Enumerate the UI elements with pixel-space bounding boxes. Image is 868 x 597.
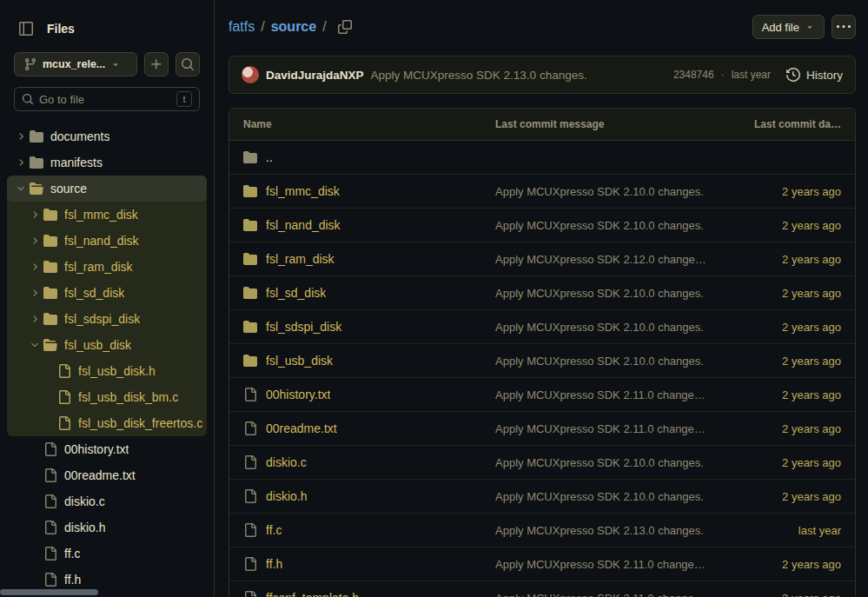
kebab-horizontal-icon [837, 20, 851, 34]
file-link[interactable]: ff.h [266, 557, 282, 571]
more-options-button[interactable] [832, 15, 856, 39]
tree-item-label: fsl_nand_disk [64, 234, 139, 248]
tree-folder-fsl_sd_disk[interactable]: fsl_sd_disk [7, 280, 207, 306]
folder-icon [43, 208, 57, 222]
tree-file-ff.c[interactable]: ff.c [7, 541, 207, 567]
add-file-button[interactable]: Add file [752, 15, 825, 39]
file-icon [57, 416, 71, 430]
chevron-down-icon [14, 182, 28, 196]
tree-file-fsl_usb_disk.h[interactable]: fsl_usb_disk.h [7, 358, 207, 384]
tree-folder-documents[interactable]: documents [7, 123, 207, 149]
breadcrumb-repo-link[interactable]: fatfs [229, 19, 255, 35]
commit-message-cell[interactable]: Apply MCUXpresso SDK 2.13.0 changes. [495, 524, 728, 537]
indent-spacer [28, 521, 42, 534]
folder-icon [243, 184, 257, 198]
file-icon [57, 364, 71, 378]
folder-icon [43, 234, 57, 248]
parent-dir-link[interactable]: .. [266, 150, 273, 164]
commit-message-cell[interactable]: Apply MCUXpresso SDK 2.10.0 changes. [495, 287, 728, 300]
copy-path-button[interactable] [335, 17, 355, 37]
tree-file-00history.txt[interactable]: 00history.txt [7, 436, 207, 462]
tree-item-label: ff.h [64, 573, 81, 587]
commit-message-cell[interactable]: Apply MCUXpresso SDK 2.11.0 changes. Add… [495, 422, 728, 435]
commit-message-cell[interactable]: Apply MCUXpresso SDK 2.11.0 changes. Add… [495, 558, 728, 571]
table-row[interactable]: diskio.cApply MCUXpresso SDK 2.10.0 chan… [229, 446, 855, 480]
table-row[interactable]: diskio.hApply MCUXpresso SDK 2.10.0 chan… [229, 480, 855, 514]
tree-folder-fsl_usb_disk[interactable]: fsl_usb_disk [7, 332, 207, 358]
indent-spacer [28, 442, 42, 456]
file-link[interactable]: diskio.h [266, 489, 307, 503]
tree-folder-manifests[interactable]: manifests [7, 149, 207, 176]
file-link[interactable]: ffconf_template.h [266, 591, 359, 597]
tree-file-00readme.txt[interactable]: 00readme.txt [7, 462, 207, 488]
horizontal-scrollbar-thumb[interactable] [0, 589, 98, 595]
tree-folder-fsl_nand_disk[interactable]: fsl_nand_disk [7, 228, 207, 254]
collapse-file-tree-button[interactable] [14, 17, 38, 41]
tree-file-fsl_usb_disk_freertos.c[interactable]: fsl_usb_disk_freertos.c [7, 410, 207, 436]
table-row[interactable]: fsl_ram_diskApply MCUXpresso SDK 2.12.0 … [229, 242, 855, 276]
tree-folder-source[interactable]: source [7, 176, 207, 202]
tree-item-label: fsl_sd_disk [64, 286, 124, 300]
table-row[interactable]: fsl_usb_diskApply MCUXpresso SDK 2.10.0 … [229, 344, 855, 378]
breadcrumb-current-dir[interactable]: source [271, 19, 316, 35]
table-row[interactable]: ff.cApply MCUXpresso SDK 2.13.0 changes.… [229, 514, 855, 547]
commit-message-cell[interactable]: Apply MCUXpresso SDK 2.10.0 changes. [495, 456, 728, 469]
commit-message-link[interactable]: Apply MCUXpresso SDK 2.13.0 changes. [371, 69, 587, 82]
table-row[interactable]: fsl_sd_diskApply MCUXpresso SDK 2.10.0 c… [229, 276, 855, 310]
avatar[interactable] [242, 66, 259, 83]
file-link[interactable]: diskio.c [266, 455, 307, 469]
table-row[interactable]: fsl_nand_diskApply MCUXpresso SDK 2.10.0… [229, 209, 855, 242]
dir-link[interactable]: fsl_usb_disk [266, 354, 333, 368]
tree-folder-fsl_ram_disk[interactable]: fsl_ram_disk [7, 254, 207, 280]
parent-dir-row[interactable]: .. [229, 141, 855, 175]
column-header-message: Last commit message [495, 118, 728, 130]
commit-date-cell: 2 years ago [728, 219, 841, 232]
commit-message-cell[interactable]: Apply MCUXpresso SDK 2.10.0 changes. [495, 355, 728, 368]
commit-message-cell[interactable]: Apply MCUXpresso SDK 2.10.0 changes. [495, 490, 728, 503]
tree-item-label: fsl_mmc_disk [64, 208, 138, 222]
tree-file-fsl_usb_disk_bm.c[interactable]: fsl_usb_disk_bm.c [7, 384, 207, 410]
commit-message-cell[interactable]: Apply MCUXpresso SDK 2.11.0 changes. Add… [495, 592, 728, 597]
table-row[interactable]: ffconf_template.hApply MCUXpresso SDK 2.… [229, 581, 855, 597]
commit-sha-link[interactable]: 2348746 [673, 69, 714, 81]
table-row[interactable]: fsl_mmc_diskApply MCUXpresso SDK 2.10.0 … [229, 175, 855, 209]
file-link[interactable]: 00history.txt [266, 388, 330, 401]
tree-file-diskio.c[interactable]: diskio.c [7, 488, 207, 514]
tree-folder-fsl_sdspi_disk[interactable]: fsl_sdspi_disk [7, 306, 207, 332]
tree-folder-fsl_mmc_disk[interactable]: fsl_mmc_disk [7, 202, 207, 228]
git-branch-icon [23, 57, 37, 71]
commit-message-cell[interactable]: Apply MCUXpresso SDK 2.12.0 changes. Add… [495, 253, 728, 266]
dir-link[interactable]: fsl_sd_disk [266, 286, 326, 300]
commit-message-cell[interactable]: Apply MCUXpresso SDK 2.10.0 changes. [495, 185, 728, 198]
file-link[interactable]: ff.c [266, 523, 282, 537]
table-row[interactable]: 00history.txtApply MCUXpresso SDK 2.11.0… [229, 378, 855, 412]
branch-selector[interactable]: mcux_rele... [14, 52, 137, 76]
dir-link[interactable]: fsl_ram_disk [266, 252, 335, 266]
latest-commit-bar: DavidJurajdaNXP Apply MCUXpresso SDK 2.1… [229, 56, 856, 94]
commit-author-link[interactable]: DavidJurajdaNXP [266, 69, 364, 82]
keyboard-shortcut-hint: t [176, 91, 192, 107]
commit-message-cell[interactable]: Apply MCUXpresso SDK 2.11.0 changes. Add… [495, 388, 728, 401]
go-to-file-input[interactable] [39, 93, 171, 106]
new-file-button[interactable] [144, 52, 169, 76]
commit-date-cell: 2 years ago [728, 321, 841, 334]
chevron-down-icon [28, 338, 42, 352]
go-to-file-search[interactable]: t [14, 87, 200, 111]
folder-icon [243, 218, 257, 232]
history-label: History [806, 69, 843, 82]
dir-link[interactable]: fsl_mmc_disk [266, 184, 340, 198]
file-link[interactable]: 00readme.txt [266, 421, 337, 435]
tree-item-label: 00history.txt [64, 442, 129, 456]
table-row[interactable]: fsl_sdspi_diskApply MCUXpresso SDK 2.10.… [229, 310, 855, 344]
dir-link[interactable]: fsl_sdspi_disk [266, 320, 341, 334]
table-row[interactable]: 00readme.txtApply MCUXpresso SDK 2.11.0 … [229, 412, 855, 446]
tree-file-diskio.h[interactable]: diskio.h [7, 514, 207, 541]
search-this-repo-button[interactable] [176, 52, 200, 76]
commit-message-cell[interactable]: Apply MCUXpresso SDK 2.10.0 changes. [495, 321, 728, 334]
add-file-label: Add file [762, 21, 799, 34]
tree-item-label: ff.c [64, 547, 80, 561]
commit-message-cell[interactable]: Apply MCUXpresso SDK 2.10.0 changes. [495, 219, 728, 232]
dir-link[interactable]: fsl_nand_disk [266, 218, 341, 232]
history-button[interactable]: History [786, 68, 843, 82]
table-row[interactable]: ff.hApply MCUXpresso SDK 2.11.0 changes.… [229, 547, 855, 581]
